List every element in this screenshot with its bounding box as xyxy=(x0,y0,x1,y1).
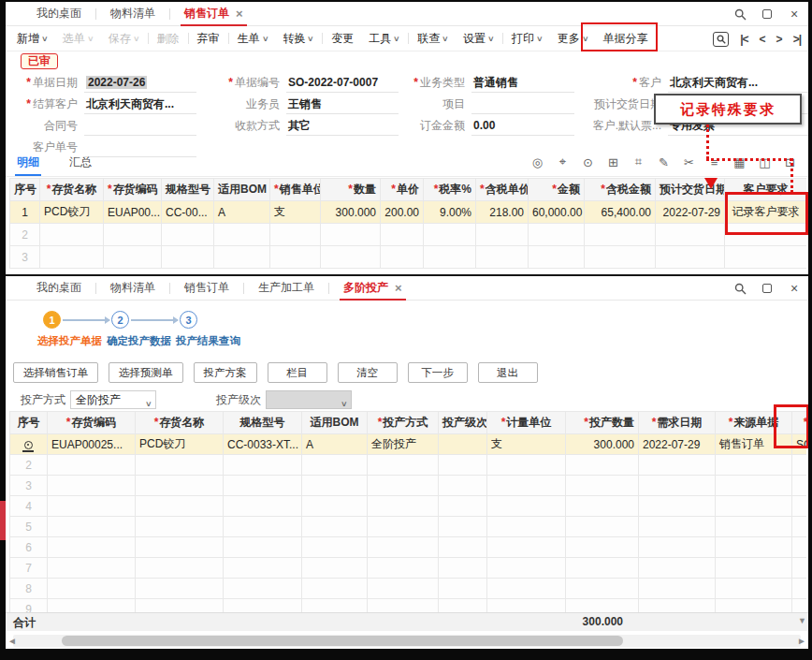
production-plan-button[interactable]: 投产方案 xyxy=(194,362,257,383)
source-doc-no-cell[interactable]: SO-2022-0... xyxy=(792,434,807,455)
field-label-project: 项目 xyxy=(399,95,471,114)
toolbar-print-button[interactable]: 打印∨ xyxy=(504,31,550,47)
col-demand-date: 需求日期 xyxy=(639,412,716,434)
last-page-icon[interactable]: >| xyxy=(793,33,801,46)
deposit-field[interactable]: 0.00 xyxy=(471,116,574,136)
col-seq: 序号 xyxy=(10,179,40,201)
production-mode-select[interactable]: 全阶投产∨ xyxy=(70,390,156,409)
customer-order-no-field[interactable] xyxy=(84,138,196,157)
step-3-circle[interactable]: 3 xyxy=(180,311,197,329)
toolbar-separator xyxy=(408,33,409,44)
doc-export-icon[interactable]: ◫ xyxy=(758,155,772,169)
tab-sales-order[interactable]: 销售订单 × xyxy=(179,2,249,26)
project-field[interactable] xyxy=(471,95,574,114)
select-forecast-button[interactable]: 选择预测单 xyxy=(109,362,183,383)
empty-row: 3 xyxy=(10,476,807,496)
biz-type-field[interactable]: 普通销售 xyxy=(471,73,574,93)
prev-page-icon[interactable]: < xyxy=(760,33,765,46)
batch-add-icon[interactable]: ⊞ xyxy=(606,155,620,169)
field-label-delivery-date: 预计交货日期 xyxy=(574,95,668,114)
toolbar-delete-button[interactable]: 删除 xyxy=(150,31,187,47)
search-icon[interactable] xyxy=(733,282,747,295)
tab-my-desktop[interactable]: 我的桌面 xyxy=(31,2,87,26)
wizard-stepper: 1 2 3 xyxy=(43,311,197,329)
settle-customer-field[interactable]: 北京利天商贸有... xyxy=(84,95,196,114)
toolbar-convert-button[interactable]: 转换∨ xyxy=(275,31,321,47)
filter-row: 投产方式 全阶投产∨ 投产级次 ∨ xyxy=(21,390,352,409)
toolbar-separator xyxy=(502,33,503,44)
toolbar-unapprove-button[interactable]: 弃审 xyxy=(190,31,227,47)
delivery-date-field[interactable]: 2022-07-29 xyxy=(668,95,808,114)
next-page-icon[interactable]: > xyxy=(776,33,782,46)
bottom-tabbar: 我的桌面 物料清单 销售订单 生产加工单 多阶投产 × × xyxy=(6,276,808,301)
close-tab-icon[interactable]: × xyxy=(395,281,402,295)
tab-my-desktop[interactable]: 我的桌面 xyxy=(31,276,87,301)
tab-sales-order[interactable]: 销售订单 xyxy=(179,276,235,301)
payment-method-field[interactable]: 其它 xyxy=(286,116,399,136)
close-icon[interactable]: × xyxy=(788,7,801,21)
horizontal-scrollbar[interactable]: ◄ ► xyxy=(13,635,801,647)
edit-rows-icon[interactable]: ✎ xyxy=(657,155,671,169)
doc-no-field[interactable]: SO-2022-07-0007 xyxy=(286,73,399,93)
toolbar-tools-button[interactable]: 工具∨ xyxy=(361,31,407,47)
divider xyxy=(6,176,808,177)
toolbar-pick-button[interactable]: 选单∨ xyxy=(55,31,101,47)
contract-no-field[interactable] xyxy=(84,116,196,136)
tab-multi-stage-production[interactable]: 多阶投产 × xyxy=(338,276,408,301)
scrollbar-thumb[interactable] xyxy=(62,636,623,646)
tab-detail[interactable]: 明细 xyxy=(15,153,41,176)
tab-production-order[interactable]: 生产加工单 xyxy=(253,276,320,301)
maximize-icon[interactable] xyxy=(761,282,774,295)
row-locate-icon[interactable] xyxy=(24,441,33,449)
first-page-icon[interactable]: |< xyxy=(740,33,747,46)
insert-row-icon[interactable]: ≡ xyxy=(707,155,721,169)
step-1-circle[interactable]: 1 xyxy=(43,311,61,329)
tab-summary[interactable]: 汇总 xyxy=(67,153,94,176)
tab-bom-list[interactable]: 物料清单 xyxy=(105,2,161,26)
grid-columns-icon[interactable]: ▦ xyxy=(732,155,747,169)
toolbar-share-doc-button[interactable]: 单据分享 xyxy=(596,31,656,47)
cut-row-icon[interactable]: ✂ xyxy=(682,155,696,169)
production-level-select[interactable]: ∨ xyxy=(266,390,352,409)
step-2-circle[interactable]: 2 xyxy=(111,311,129,329)
scroll-left-icon[interactable]: ◄ xyxy=(6,635,19,647)
col-bom: 适用BOM xyxy=(302,412,368,434)
scroll-down-icon[interactable]: ▼ xyxy=(798,616,806,625)
maximize-icon[interactable] xyxy=(761,7,774,21)
field-label-biz-type: 业务类型 xyxy=(399,73,471,93)
customer-field[interactable]: 北京利天商贸有... xyxy=(668,73,808,93)
copy-rows-icon[interactable]: ⌗ xyxy=(631,154,645,169)
pin-icon[interactable]: ⊙ xyxy=(581,155,595,169)
search-icon[interactable] xyxy=(733,7,747,21)
close-icon[interactable]: × xyxy=(788,282,801,295)
select-sales-order-button[interactable]: 选择销售订单 xyxy=(13,362,98,383)
exit-button[interactable]: 退出 xyxy=(478,362,538,383)
clear-button[interactable]: 清空 xyxy=(338,362,398,383)
toolbar-new-button[interactable]: 新增∨ xyxy=(9,31,55,47)
toolbar-save-button[interactable]: 保存∨ xyxy=(101,31,147,47)
production-lines-table: 序号 存货编码 存货名称 规格型号 适用BOM 投产方式 投产级次 计量单位 投… xyxy=(9,411,806,612)
locate-circle-icon[interactable]: ◎ xyxy=(530,155,544,169)
next-step-button[interactable]: 下一步 xyxy=(408,362,468,383)
toolbar-more-button[interactable]: 更多∨ xyxy=(550,31,596,47)
toolbar-change-button[interactable]: 变更 xyxy=(324,31,361,47)
doc-date-field[interactable]: 2022-07-26 xyxy=(84,73,196,93)
invoice-type-field[interactable]: 专用发票 xyxy=(668,116,808,136)
toolbar-settings-button[interactable]: 设置∨ xyxy=(456,31,501,47)
tab-separator xyxy=(169,8,170,20)
close-tab-icon[interactable]: × xyxy=(236,7,243,21)
toolbar-generate-button[interactable]: 生单∨ xyxy=(230,31,276,47)
scroll-right-icon[interactable]: ► xyxy=(795,635,808,647)
status-badge: 已审 xyxy=(21,53,58,69)
expand-grid-icon[interactable]: ⊡ xyxy=(783,155,797,169)
col-qty: 数量 xyxy=(321,179,381,201)
order-line-row-1[interactable]: 1 PCD铰刀 EUAP00... CC-00... A 支 300.000 2… xyxy=(10,201,807,224)
production-line-row-1[interactable]: EUAP00025... PCD铰刀 CC-0033-XT... A 全阶投产 … xyxy=(10,434,807,455)
salesman-field[interactable]: 王销售 xyxy=(286,95,399,114)
tab-bom-list[interactable]: 物料清单 xyxy=(105,276,161,301)
doc-search-icon[interactable] xyxy=(713,32,729,47)
toolbar-linkquery-button[interactable]: 联查∨ xyxy=(410,31,456,47)
scan-target-icon[interactable]: ⌖ xyxy=(556,154,570,169)
customer-req-cell[interactable]: 记录客户要求 xyxy=(725,201,807,224)
columns-button[interactable]: 栏目 xyxy=(268,362,327,383)
